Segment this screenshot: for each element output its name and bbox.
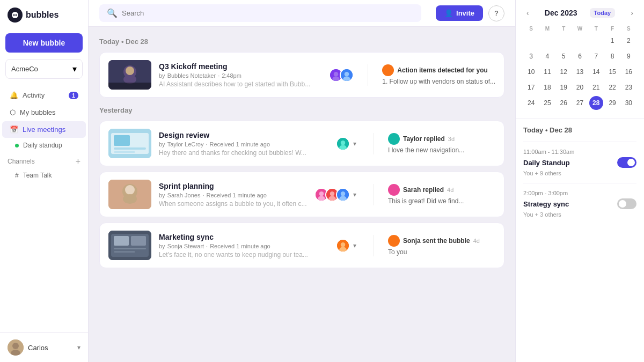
cal-day-16[interactable]: 16	[621, 65, 635, 79]
cal-day-24[interactable]: 24	[524, 96, 538, 110]
cal-day-3[interactable]: 3	[524, 49, 538, 63]
reply-text: 1. Follow up with vendors on status of..…	[382, 78, 495, 85]
cal-day-9[interactable]: 9	[621, 49, 635, 63]
svg-rect-42	[114, 248, 146, 249]
avatars-dropdown-button[interactable]: ▾	[350, 190, 360, 200]
cal-day-10[interactable]: 10	[524, 65, 538, 79]
bubble-meta: by Sonja Stewart · Received 1 minute ago	[159, 243, 328, 249]
cal-day-empty	[573, 34, 587, 48]
event-title: Daily Standup	[523, 159, 570, 167]
svg-point-31	[318, 196, 325, 201]
cal-day-21[interactable]: 21	[589, 80, 603, 94]
cal-day-4[interactable]: 4	[540, 49, 554, 63]
sidebar-item-daily-standup[interactable]: Daily standup	[0, 138, 88, 152]
event-attendees: You + 3 others	[523, 211, 636, 218]
avatars-dropdown-button[interactable]: ▾	[350, 241, 360, 250]
cal-day-22[interactable]: 22	[605, 80, 619, 94]
add-channel-button[interactable]: +	[76, 157, 80, 166]
author-name: Sonja Stewart	[167, 243, 204, 249]
calendar-today-button[interactable]: Today	[590, 8, 616, 18]
calendar-grid: S M T W T F S 1 2 3 4 5 6 7 8 9 10 11	[523, 25, 636, 110]
event-time: 2:00pm - 3:00pm	[523, 190, 636, 196]
svg-point-16	[343, 76, 350, 82]
cal-day-11[interactable]: 11	[540, 65, 554, 79]
reply-avatar	[382, 64, 394, 76]
reply-header: Taylor replied 3d	[388, 133, 455, 145]
events-date-header: Today • Dec 28	[523, 126, 636, 134]
avatars-dropdown-button[interactable]: ▾	[350, 139, 360, 149]
svg-rect-10	[108, 83, 151, 90]
cal-day-6[interactable]: 6	[573, 49, 587, 63]
search-input[interactable]	[122, 9, 414, 17]
reply-avatar	[388, 184, 400, 196]
search-bar[interactable]: 🔍	[99, 4, 421, 22]
cal-day-20[interactable]: 20	[573, 80, 587, 94]
bubble-reply: Action items detected for you 1. Follow …	[382, 64, 495, 85]
workspace-selector[interactable]: AcmeCo ▾	[5, 59, 83, 79]
cal-day-23[interactable]: 23	[621, 80, 635, 94]
sidebar-item-team-talk[interactable]: # Team Talk	[0, 168, 88, 182]
reply-avatar	[388, 133, 400, 145]
event-toggle-strategy-sync[interactable]	[617, 198, 636, 209]
calendar-next-button[interactable]: ›	[627, 8, 636, 18]
cal-day-28-today[interactable]: 28	[589, 96, 603, 110]
cal-day-19[interactable]: 19	[557, 80, 570, 94]
event-row: Strategy sync	[523, 198, 636, 209]
cal-day-17[interactable]: 17	[524, 80, 538, 94]
calendar-prev-button[interactable]: ‹	[523, 8, 532, 18]
svg-point-28	[123, 194, 137, 204]
cal-day-13[interactable]: 13	[573, 65, 587, 79]
logo: bubbles	[0, 0, 88, 30]
svg-point-24	[339, 145, 347, 150]
cal-day-18[interactable]: 18	[540, 80, 554, 94]
cal-day-12[interactable]: 12	[557, 65, 570, 79]
avatar	[340, 68, 354, 82]
cal-day-5[interactable]: 5	[557, 49, 570, 63]
bubble-card-marketing-sync[interactable]: Marketing sync by Sonja Stewart · Receiv…	[99, 223, 504, 268]
workspace-name: AcmeCo	[11, 65, 38, 73]
yesterday-header: Yesterday	[99, 106, 504, 114]
bubble-info: Q3 Kickoff meeting by Bubbles Notetaker …	[159, 62, 321, 88]
sidebar-item-activity[interactable]: 🔔 Activity 1	[2, 87, 86, 104]
invite-icon: 👤	[444, 9, 453, 17]
toggle-slider	[617, 198, 636, 209]
reply-text: To you	[388, 248, 407, 256]
cal-day-30[interactable]: 30	[621, 96, 635, 110]
reply-text: I love the new navigation...	[388, 146, 464, 154]
user-profile[interactable]: Carlos ▾	[0, 333, 88, 362]
bubble-time: Received 1 minute ago	[210, 243, 270, 249]
cal-day-26[interactable]: 26	[557, 96, 570, 110]
reply-name: Sonja sent the bubble	[403, 237, 470, 245]
bubble-reply: Taylor replied 3d I love the new navigat…	[388, 133, 495, 154]
event-toggle-daily-standup[interactable]	[617, 157, 636, 168]
channels-header: Channels +	[0, 152, 88, 168]
new-bubble-button[interactable]: New bubble	[5, 33, 83, 53]
sidebar-item-my-bubbles[interactable]: ⬡ My bubbles	[2, 104, 86, 121]
topbar: 🔍 👤 Invite ?	[89, 0, 515, 27]
cal-day-14[interactable]: 14	[589, 65, 603, 79]
bubble-card-q3-kickoff[interactable]: Q3 Kickoff meeting by Bubbles Notetaker …	[99, 52, 504, 98]
event-title: Strategy sync	[523, 200, 569, 208]
svg-rect-40	[114, 236, 129, 246]
sidebar-item-label: My bubbles	[20, 108, 55, 116]
cal-day-29[interactable]: 29	[605, 96, 619, 110]
cal-day-8[interactable]: 8	[605, 49, 619, 63]
bubble-card-design-review[interactable]: Design review by Taylor LeCroy · Receive…	[99, 121, 504, 166]
avatar	[336, 239, 350, 253]
cal-day-2[interactable]: 2	[621, 34, 635, 48]
bubble-card-sprint-planning[interactable]: Sprint planning by Sarah Jones · Receive…	[99, 172, 504, 217]
cal-day-7[interactable]: 7	[589, 49, 603, 63]
cal-day-25[interactable]: 25	[540, 96, 554, 110]
cal-day-1[interactable]: 1	[605, 34, 619, 48]
help-button[interactable]: ?	[488, 5, 504, 21]
cal-day-15[interactable]: 15	[605, 65, 619, 79]
author-name: Bubbles Notetaker	[167, 72, 216, 79]
cal-day-27[interactable]: 27	[573, 96, 587, 110]
sidebar-item-live-meetings[interactable]: 📅 Live meetings	[2, 121, 86, 138]
bubble-avatars	[329, 68, 354, 82]
sidebar: bubbles New bubble AcmeCo ▾ 🔔 Activity 1…	[0, 0, 89, 362]
reply-name: Taylor replied	[403, 135, 445, 143]
bubble-description: When someone assigns a bubble to you, it…	[159, 200, 307, 208]
svg-rect-41	[131, 236, 146, 246]
invite-button[interactable]: 👤 Invite	[436, 5, 483, 21]
